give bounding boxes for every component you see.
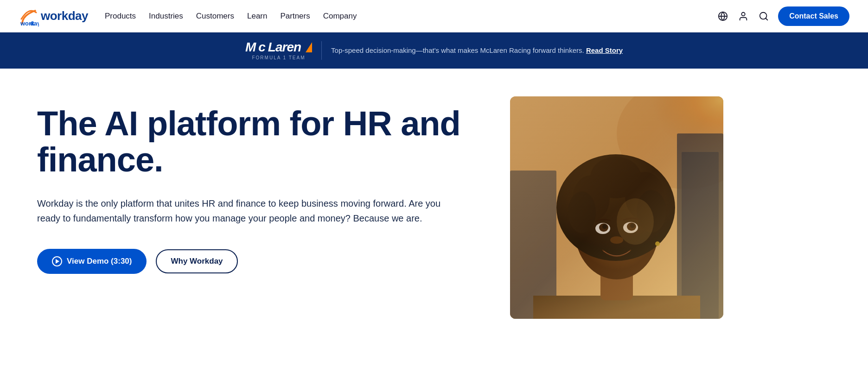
hero-image xyxy=(510,96,723,319)
nav-right: Contact Sales xyxy=(717,6,849,26)
mclaren-arrow-icon xyxy=(306,42,312,52)
hero-buttons: View Demo (3:30) Why Workday xyxy=(37,249,482,274)
user-icon[interactable] xyxy=(737,10,749,22)
nav-link-industries[interactable]: Industries xyxy=(149,12,183,21)
banner-body-text: Top-speed decision-making—that's what ma… xyxy=(331,45,623,56)
hero-image-overlay xyxy=(510,96,723,319)
logo-text: workday xyxy=(41,9,88,23)
promo-banner: M c Laren Formula 1 Team Top-speed decis… xyxy=(0,32,868,69)
mclaren-subtitle: Formula 1 Team xyxy=(252,55,305,60)
view-demo-button[interactable]: View Demo (3:30) xyxy=(37,249,147,274)
search-icon[interactable] xyxy=(758,10,770,22)
nav-link-customers[interactable]: Customers xyxy=(196,12,234,21)
mclaren-text2: c xyxy=(258,41,265,54)
mclaren-text3: Laren xyxy=(268,41,301,54)
nav-links: Products Industries Customers Learn Part… xyxy=(105,12,357,21)
hero-description: Workday is the only platform that unites… xyxy=(37,196,445,226)
hero-person-photo xyxy=(510,96,723,319)
hero-section: The AI platform for HR and finance. Work… xyxy=(0,69,868,356)
banner-divider xyxy=(321,41,322,60)
why-workday-button[interactable]: Why Workday xyxy=(156,249,237,273)
play-triangle-icon xyxy=(56,259,59,264)
nav-link-learn[interactable]: Learn xyxy=(247,12,267,21)
mclaren-wordmark: M c Laren xyxy=(245,41,312,54)
logo[interactable]: work day workday xyxy=(19,6,88,26)
svg-text:day: day xyxy=(30,20,39,26)
workday-logo-icon: work day xyxy=(19,6,39,26)
nav-left: work day workday Products Industries Cus… xyxy=(19,6,357,26)
svg-point-4 xyxy=(742,12,745,15)
mclaren-logo: M c Laren Formula 1 Team xyxy=(245,41,312,60)
mclaren-text: M xyxy=(245,41,255,54)
nav-link-partners[interactable]: Partners xyxy=(280,12,310,21)
nav-link-company[interactable]: Company xyxy=(323,12,357,21)
play-icon xyxy=(52,256,62,266)
contact-sales-button[interactable]: Contact Sales xyxy=(778,6,849,26)
hero-content: The AI platform for HR and finance. Work… xyxy=(37,96,482,274)
hero-title: The AI platform for HR and finance. xyxy=(37,106,482,177)
banner-read-story-link[interactable]: Read Story xyxy=(586,46,623,54)
globe-icon[interactable] xyxy=(717,10,729,22)
navbar: work day workday Products Industries Cus… xyxy=(0,0,868,32)
nav-link-products[interactable]: Products xyxy=(105,12,136,21)
svg-line-6 xyxy=(766,18,767,20)
